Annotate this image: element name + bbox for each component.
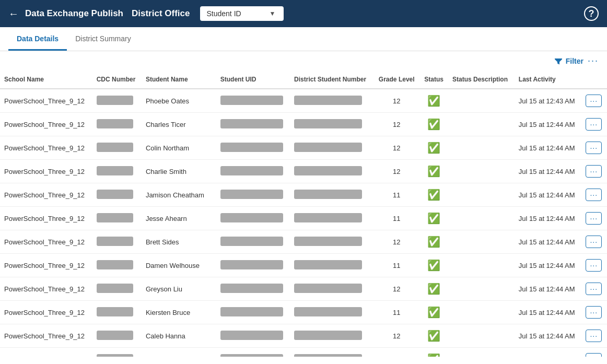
app-title: Data Exchange Publish xyxy=(25,8,123,19)
row-more-button[interactable]: ··· xyxy=(586,142,602,154)
table-row: PowerSchool_Three_9_12 Charlie Smith 12 … xyxy=(0,160,607,183)
cell-actions: ··· xyxy=(581,324,607,348)
cell-status: ✅ xyxy=(419,89,448,113)
row-more-button[interactable]: ··· xyxy=(586,212,602,225)
cell-status-description xyxy=(448,160,515,183)
cell-last-activity: Jul 15 at 12:44 AM xyxy=(515,136,582,160)
help-button[interactable]: ? xyxy=(584,6,599,21)
cell-district-student-number xyxy=(290,113,373,136)
col-header-grade-level: Grade Level xyxy=(373,71,419,89)
row-more-button[interactable]: ··· xyxy=(586,95,602,107)
col-header-status: Status xyxy=(419,71,448,89)
cell-grade-level: 11 xyxy=(373,207,419,230)
table-row: PowerSchool_Three_9_12 Colin Northam 12 … xyxy=(0,136,607,160)
cell-cdc-number xyxy=(92,324,142,348)
cell-actions: ··· xyxy=(581,136,607,160)
cell-status-description xyxy=(448,254,515,277)
student-id-dropdown-wrapper: Student ID Student Name CDC Number ▼ xyxy=(200,6,275,21)
row-more-button[interactable]: ··· xyxy=(586,353,602,357)
cell-actions: ··· xyxy=(581,160,607,183)
cell-actions: ··· xyxy=(581,113,607,136)
cell-status-description xyxy=(448,301,515,324)
status-check-icon: ✅ xyxy=(427,166,440,177)
status-check-icon: ✅ xyxy=(427,95,440,107)
col-header-student-name: Student Name xyxy=(142,71,216,89)
cell-last-activity: Jul 15 at 12:44 AM xyxy=(515,183,582,207)
table-row: PowerSchool_Three_9_12 Phoebe Oates 12 ✅… xyxy=(0,89,607,113)
row-more-button[interactable]: ··· xyxy=(586,189,602,201)
cell-school-name: PowerSchool_Three_9_12 xyxy=(0,136,92,160)
more-options-button[interactable]: ··· xyxy=(588,55,599,66)
cell-student-name: Damen Welhouse xyxy=(142,254,216,277)
cell-status: ✅ xyxy=(419,136,448,160)
table-row: PowerSchool_Three_9_12 Caleb Hanna 12 ✅ … xyxy=(0,324,607,348)
cell-actions: ··· xyxy=(581,230,607,254)
cell-school-name: PowerSchool_Three_9_12 xyxy=(0,230,92,254)
cell-district-student-number xyxy=(290,277,373,301)
cell-grade-level: 11 xyxy=(373,183,419,207)
cell-school-name: PowerSchool_Three_9_12 xyxy=(0,183,92,207)
table-row: PowerSchool_Three_9_12 Damen Welhouse 11… xyxy=(0,254,607,277)
cell-cdc-number xyxy=(92,301,142,324)
status-check-icon: ✅ xyxy=(427,307,440,318)
cell-grade-level: 12 xyxy=(373,230,419,254)
cell-student-name: Jesse Ahearn xyxy=(142,207,216,230)
table-row: PowerSchool_Three_9_12 Charles Ticer 12 … xyxy=(0,113,607,136)
cell-last-activity: Jul 15 at 12:44 AM xyxy=(515,113,582,136)
row-more-button[interactable]: ··· xyxy=(586,259,602,272)
cell-student-uid xyxy=(216,207,290,230)
tab-district-summary[interactable]: District Summary xyxy=(67,27,139,51)
help-icon: ? xyxy=(589,8,594,19)
cell-student-uid xyxy=(216,89,290,113)
cell-status-description xyxy=(448,89,515,113)
col-header-status-description: Status Description xyxy=(448,71,515,89)
row-more-button[interactable]: ··· xyxy=(586,165,602,178)
cell-last-activity: Jul 15 at 12:44 AM xyxy=(515,324,582,348)
cell-district-student-number xyxy=(290,230,373,254)
cell-student-name: Jamison Cheatham xyxy=(142,183,216,207)
cell-status-description xyxy=(448,113,515,136)
cell-cdc-number xyxy=(92,348,142,357)
cell-actions: ··· xyxy=(581,207,607,230)
status-check-icon: ✅ xyxy=(427,236,440,248)
status-check-icon: ✅ xyxy=(427,119,440,130)
cell-status: ✅ xyxy=(419,348,448,357)
cell-last-activity: Jul 15 at 12:44 AM xyxy=(515,277,582,301)
cell-student-name: Brett Sides xyxy=(142,230,216,254)
status-check-icon: ✅ xyxy=(427,330,440,342)
cell-district-student-number xyxy=(290,348,373,357)
filter-button[interactable]: Filter xyxy=(554,57,583,65)
cell-actions: ··· xyxy=(581,254,607,277)
cell-student-uid xyxy=(216,277,290,301)
student-id-dropdown[interactable]: Student ID Student Name CDC Number xyxy=(200,6,284,21)
row-more-button[interactable]: ··· xyxy=(586,306,602,319)
cell-school-name: PowerSchool_Three_9_12 xyxy=(0,254,92,277)
cell-district-student-number xyxy=(290,136,373,160)
cell-student-uid xyxy=(216,136,290,160)
cell-actions: ··· xyxy=(581,89,607,113)
cell-status: ✅ xyxy=(419,183,448,207)
row-more-button[interactable]: ··· xyxy=(586,330,602,342)
cell-actions: ··· xyxy=(581,183,607,207)
row-more-button[interactable]: ··· xyxy=(586,118,602,131)
cell-actions: ··· xyxy=(581,277,607,301)
cell-status-description xyxy=(448,277,515,301)
cell-status: ✅ xyxy=(419,207,448,230)
back-button[interactable]: ← xyxy=(8,8,19,20)
cell-student-uid xyxy=(216,183,290,207)
cell-cdc-number xyxy=(92,254,142,277)
cell-last-activity: Jul 15 at 12:44 AM xyxy=(515,254,582,277)
cell-school-name: PowerSchool_Three_9_12 xyxy=(0,324,92,348)
cell-school-name: PowerSchool_Three_9_12 xyxy=(0,348,92,357)
cell-school-name: PowerSchool_Three_9_12 xyxy=(0,113,92,136)
cell-cdc-number xyxy=(92,136,142,160)
row-more-button[interactable]: ··· xyxy=(586,236,602,248)
cell-status: ✅ xyxy=(419,277,448,301)
table-toolbar: Filter ··· xyxy=(0,51,607,71)
tab-data-details[interactable]: Data Details xyxy=(8,27,67,51)
cell-cdc-number xyxy=(92,113,142,136)
cell-status: ✅ xyxy=(419,301,448,324)
row-more-button[interactable]: ··· xyxy=(586,283,602,295)
cell-district-student-number xyxy=(290,301,373,324)
cell-student-uid xyxy=(216,254,290,277)
